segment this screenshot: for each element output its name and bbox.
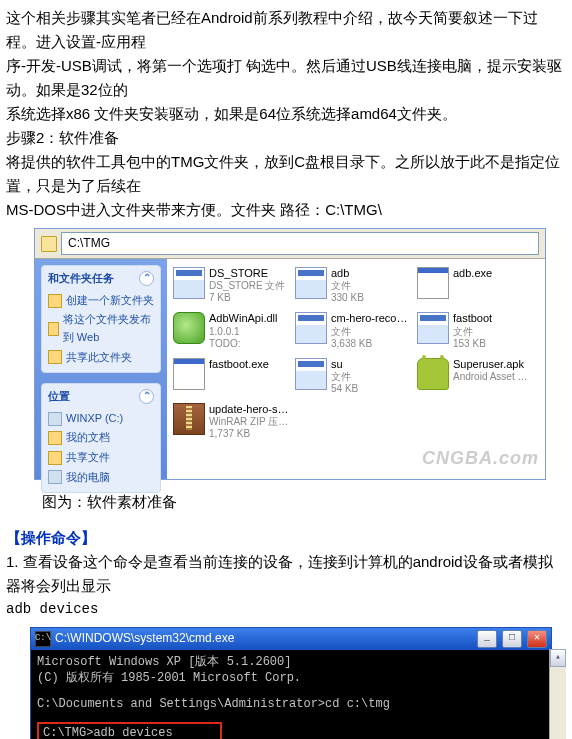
file-icon xyxy=(295,312,327,344)
place-my-computer[interactable]: 我的电脑 xyxy=(48,469,154,487)
file-name: cm-hero-recovery... xyxy=(331,312,411,325)
watermark-text: CNGBA.com xyxy=(422,444,539,473)
cmd-output: Microsoft Windows XP [版本 5.1.2600] xyxy=(37,654,545,670)
file-name: DS_STORE xyxy=(209,267,289,280)
paragraph: 这个相关步骤其实笔者已经在Android前系列教程中介绍，故今天简要叙述一下过程… xyxy=(6,6,566,54)
minimize-button[interactable]: _ xyxy=(477,630,497,648)
file-name: su xyxy=(331,358,411,371)
file-item[interactable]: fastboot.exe xyxy=(173,358,291,395)
cmd-output: C:\Documents and Settings\Administrator>… xyxy=(37,696,545,712)
file-size: 7 KB xyxy=(209,292,289,304)
file-item[interactable]: su文件54 KB xyxy=(295,358,413,395)
file-icon xyxy=(173,403,205,435)
file-icon xyxy=(173,267,205,299)
paragraph: 将提供的软件工具包中的TMG文件夹，放到C盘根目录下。之所以放于此不是指定位置，… xyxy=(6,150,566,198)
task-share[interactable]: 共享此文件夹 xyxy=(48,349,154,367)
cmd-output: (C) 版权所有 1985-2001 Microsoft Corp. xyxy=(37,670,545,686)
cmd-title-bar: C:\ C:\WINDOWS\system32\cmd.exe _ □ ✕ xyxy=(31,628,551,650)
file-item[interactable]: DS_STOREDS_STORE 文件7 KB xyxy=(173,267,291,304)
file-item[interactable]: adb.exe xyxy=(417,267,535,304)
section-heading: 【操作命令】 xyxy=(6,526,566,550)
highlighted-output: C:\TMG>adb devices List of devices attac… xyxy=(37,722,222,739)
paragraph: 系统选择x86 文件夹安装驱动，如果是64位系统选择amd64文件夹。 xyxy=(6,102,566,126)
cmd-body[interactable]: Microsoft Windows XP [版本 5.1.2600] (C) 版… xyxy=(31,650,551,739)
figure-caption: 图为：软件素材准备 xyxy=(42,490,566,514)
address-input[interactable]: C:\TMG xyxy=(61,232,539,255)
place-c-drive[interactable]: WINXP (C:) xyxy=(48,410,154,428)
cmd-window: C:\ C:\WINDOWS\system32\cmd.exe _ □ ✕ Mi… xyxy=(30,627,552,739)
file-item[interactable]: fastboot文件153 KB xyxy=(417,312,535,349)
cmd-icon: C:\ xyxy=(35,631,51,647)
file-type: 文件 xyxy=(331,280,411,292)
file-item[interactable]: AdbWinApi.dll1.0.0.1TODO: xyxy=(173,312,291,349)
file-size: 330 KB xyxy=(331,292,411,304)
file-icon xyxy=(173,312,205,344)
file-item[interactable]: update-hero-signWinRAR ZIP 压缩文件1,737 KB xyxy=(173,403,291,440)
file-size: 3,638 KB xyxy=(331,338,411,350)
paragraph: 1. 查看设备这个命令是查看当前连接的设备，连接到计算机的android设备或者… xyxy=(6,550,566,598)
collapse-icon[interactable]: ⌃ xyxy=(139,389,154,404)
file-name: update-hero-sign xyxy=(209,403,289,416)
file-type: 文件 xyxy=(453,326,533,338)
file-item[interactable]: adb文件330 KB xyxy=(295,267,413,304)
file-type: WinRAR ZIP 压缩文件 xyxy=(209,416,289,428)
explorer-sidebar: 和文件夹任务 ⌃ 创建一个新文件夹 将这个文件夹发布到 Web 共享此文件夹 位… xyxy=(35,259,167,479)
file-name: adb xyxy=(331,267,411,280)
file-icon xyxy=(295,267,327,299)
file-type: 文件 xyxy=(331,371,411,383)
side-places-title: 位置 xyxy=(48,388,70,406)
scroll-up-button[interactable]: ▴ xyxy=(550,649,566,667)
file-type: Android Asset Pa... xyxy=(453,371,533,383)
explorer-window: C:\TMG 和文件夹任务 ⌃ 创建一个新文件夹 将这个文件夹发布到 Web 共… xyxy=(34,228,546,480)
file-size: TODO: xyxy=(209,338,289,350)
paragraph: 步骤2：软件准备 xyxy=(6,126,566,150)
folder-icon xyxy=(41,236,57,252)
files-pane: DS_STOREDS_STORE 文件7 KBadb文件330 KBadb.ex… xyxy=(167,259,545,479)
file-item[interactable]: Superuser.apkAndroid Asset Pa... xyxy=(417,358,535,395)
file-item[interactable]: cm-hero-recovery...文件3,638 KB xyxy=(295,312,413,349)
address-bar: C:\TMG xyxy=(35,229,545,259)
file-size: 54 KB xyxy=(331,383,411,395)
place-shared[interactable]: 共享文件 xyxy=(48,449,154,467)
cmd-title-text: C:\WINDOWS\system32\cmd.exe xyxy=(55,629,472,648)
file-icon xyxy=(417,267,449,299)
file-name: adb.exe xyxy=(453,267,533,280)
file-type: DS_STORE 文件 xyxy=(209,280,289,292)
file-name: fastboot xyxy=(453,312,533,325)
file-size: 153 KB xyxy=(453,338,533,350)
file-name: Superuser.apk xyxy=(453,358,533,371)
file-name: AdbWinApi.dll xyxy=(209,312,289,325)
file-icon xyxy=(417,312,449,344)
file-type: 文件 xyxy=(331,326,411,338)
file-icon xyxy=(173,358,205,390)
command-text: adb devices xyxy=(6,598,566,620)
task-publish[interactable]: 将这个文件夹发布到 Web xyxy=(48,311,154,346)
file-icon xyxy=(295,358,327,390)
place-my-docs[interactable]: 我的文档 xyxy=(48,429,154,447)
task-new-folder[interactable]: 创建一个新文件夹 xyxy=(48,292,154,310)
close-button[interactable]: ✕ xyxy=(527,630,547,648)
file-icon xyxy=(417,358,449,390)
file-type: 1.0.0.1 xyxy=(209,326,289,338)
scrollbar[interactable]: ▴ ▾ xyxy=(549,649,566,739)
side-tasks-title: 和文件夹任务 xyxy=(48,270,114,288)
file-size: 1,737 KB xyxy=(209,428,289,440)
paragraph: MS-DOS中进入文件夹带来方便。文件夹 路径：C:\TMG\ xyxy=(6,198,566,222)
collapse-icon[interactable]: ⌃ xyxy=(139,271,154,286)
paragraph: 序-开发-USB调试，将第一个选项打 钩选中。然后通过USB线连接电脑，提示安装… xyxy=(6,54,566,102)
maximize-button[interactable]: □ xyxy=(502,630,522,648)
file-name: fastboot.exe xyxy=(209,358,289,371)
